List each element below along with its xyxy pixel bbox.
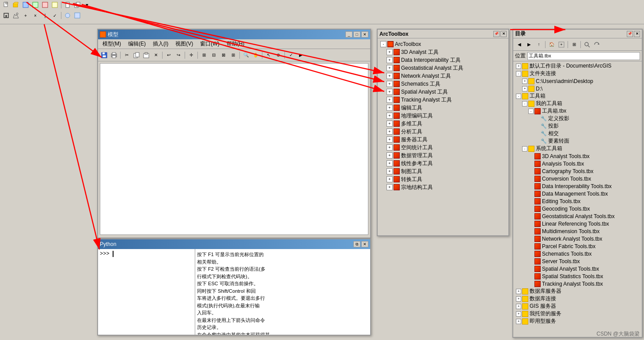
expander-10[interactable]: + [386, 128, 393, 135]
model-cut-btn[interactable]: ✂ [122, 51, 131, 59]
cat-item-12[interactable]: 3D Analyst Tools.tbx [514, 152, 641, 160]
cat-expander-30[interactable]: + [516, 289, 521, 294]
menu-window[interactable]: 窗口(W) [197, 39, 222, 49]
cat-expander-33[interactable]: + [516, 311, 521, 317]
expander-1[interactable]: + [386, 57, 393, 63]
menu-edit[interactable]: 编辑(E) [125, 39, 148, 49]
cat-expander-0[interactable]: + [516, 64, 521, 69]
model-btn4[interactable]: ⊞ [229, 51, 238, 59]
cat-item-32[interactable]: +GIS 服务器 [514, 302, 641, 310]
catalog-view-btn[interactable]: ⊞ [570, 41, 579, 49]
expander-13[interactable]: + [386, 152, 393, 159]
cat-item-2[interactable]: +C:\Users\admin\Desktop [514, 77, 641, 85]
model-btn2[interactable]: ⊟ [209, 51, 218, 59]
cat-item-9[interactable]: 🔧相交 [514, 130, 641, 137]
cat-item-11[interactable]: -系统工具箱 [514, 145, 641, 152]
btn8[interactable] [73, 1, 82, 9]
new-btn[interactable] [2, 1, 11, 9]
cat-item-13[interactable]: Analysis Tools.tbx [514, 160, 641, 167]
arctoolbox-pin-btn[interactable]: 📌 [493, 31, 500, 37]
btn9[interactable]: ▼ [83, 1, 91, 9]
catalog-up-btn[interactable]: ↑ [534, 41, 543, 49]
catalog-close-btn[interactable]: ✕ [634, 31, 640, 37]
menu-view[interactable]: 视图(V) [173, 39, 196, 49]
cat-expander-11[interactable]: - [522, 146, 527, 151]
btn5[interactable] [41, 1, 49, 9]
model-select-btn[interactable]: ↖ [264, 51, 273, 59]
cat-expander-2[interactable]: + [522, 79, 527, 84]
toolbox-item-4[interactable]: + Schematics 工具 [379, 80, 508, 88]
model-minimize-btn[interactable]: _ [345, 31, 352, 38]
catalog-back-btn[interactable]: ◀ [515, 41, 524, 49]
tree-item-arctoolbox[interactable]: - ArcToolbox [379, 40, 508, 48]
toolbox-item-11[interactable]: + 服务器工具 [379, 136, 508, 144]
toolbox-item-13[interactable]: + 数据管理工具 [379, 151, 508, 159]
btn7[interactable] [63, 1, 72, 9]
cat-item-34[interactable]: +即用型服务 [514, 317, 641, 325]
toolbox-item-0[interactable]: + 3D Analyst 工具 [379, 48, 508, 56]
model-delete-btn[interactable]: ✕ [152, 51, 160, 59]
expander-11[interactable]: + [386, 136, 393, 143]
cat-item-10[interactable]: 🔧要素转面 [514, 137, 641, 145]
cat-expander-34[interactable]: + [516, 319, 521, 324]
cat-item-0[interactable]: +默认工作目录 - Documents\ArcGIS [514, 62, 641, 70]
tool-btn8[interactable] [73, 11, 82, 19]
cat-expander-6[interactable]: - [528, 109, 534, 114]
tool-btn7[interactable] [63, 11, 72, 19]
python-input-area[interactable]: >>> [98, 249, 195, 335]
cat-item-25[interactable]: Schematics Tools.tbx [514, 250, 641, 257]
cat-item-3[interactable]: +D:\ [514, 85, 641, 92]
catalog-home-btn[interactable]: 🏠 [547, 41, 556, 49]
tool-btn2[interactable] [11, 11, 20, 19]
model-btn5[interactable]: ⊕ [274, 51, 283, 59]
catalog-pin-btn[interactable]: 📌 [627, 31, 633, 37]
btn3[interactable] [21, 1, 30, 9]
cat-item-33[interactable]: +我托管的服务 [514, 310, 641, 317]
model-zoom-in-btn[interactable]: 🔍 [242, 51, 250, 59]
tool-btn3[interactable]: + [21, 11, 30, 19]
toolbox-item-6[interactable]: + Tracking Analyst 工具 [379, 96, 508, 104]
cat-item-24[interactable]: Parcel Fabric Tools.tbx [514, 242, 641, 250]
open-btn[interactable] [11, 1, 20, 9]
expander-5[interactable]: + [386, 89, 393, 95]
cat-item-4[interactable]: -工具箱 [514, 92, 641, 100]
cat-item-18[interactable]: Editing Tools.tbx [514, 197, 641, 205]
cat-item-31[interactable]: +数据库连接 [514, 295, 641, 302]
cat-item-16[interactable]: Data Interoperability Tools.tbx [514, 182, 641, 190]
expander-9[interactable]: + [386, 121, 393, 127]
expander-15[interactable]: + [386, 168, 393, 174]
model-copy-btn[interactable] [132, 51, 141, 59]
cat-item-30[interactable]: +数据库服务器 [514, 287, 641, 295]
expander-17[interactable]: + [386, 184, 393, 190]
model-undo-btn[interactable]: ↩ [164, 51, 173, 59]
cat-item-21[interactable]: Linear Referencing Tools.tbx [514, 220, 641, 227]
cat-expander-4[interactable]: - [516, 94, 521, 99]
cat-expander-3[interactable]: + [522, 86, 527, 91]
cat-item-6[interactable]: -工具箱.tbx [514, 107, 641, 115]
expander-2[interactable]: + [386, 65, 393, 71]
model-move-btn[interactable]: ✛ [187, 51, 196, 59]
expander-6[interactable]: + [386, 97, 393, 103]
tool-btn6[interactable]: ✓ [50, 11, 59, 19]
expander-12[interactable]: + [386, 144, 393, 151]
catalog-refresh-btn[interactable] [592, 41, 601, 49]
toolbox-item-9[interactable]: + 多维工具 [379, 120, 508, 128]
model-save-btn[interactable] [100, 51, 109, 59]
cat-item-22[interactable]: Multidimension Tools.tbx [514, 227, 641, 235]
catalog-forward-btn[interactable]: ▶ [525, 41, 534, 49]
menu-help[interactable]: 帮助(H) [224, 39, 247, 49]
cat-item-26[interactable]: Server Tools.tbx [514, 257, 641, 265]
python-close-btn[interactable]: ✕ [361, 241, 368, 247]
cat-expander-5[interactable]: - [522, 101, 527, 106]
toolbox-item-10[interactable]: + 分析工具 [379, 128, 508, 136]
toolbox-item-3[interactable]: + Network Analyst 工具 [379, 72, 508, 80]
cat-item-19[interactable]: Geocoding Tools.tbx [514, 205, 641, 212]
toolbox-item-14[interactable]: + 线性参考工具 [379, 159, 508, 167]
menu-model[interactable]: 模型(M) [100, 39, 124, 49]
model-redo-btn[interactable]: ↪ [174, 51, 183, 59]
python-restore-btn[interactable]: ⧉ [353, 241, 360, 247]
cat-item-29[interactable]: Tracking Analyst Tools.tbx [514, 280, 641, 287]
toolbox-item-5[interactable]: + Spatial Analyst 工具 [379, 88, 508, 96]
toolbox-item-2[interactable]: + Geostatistical Analyst 工具 [379, 64, 508, 72]
location-input[interactable] [527, 52, 640, 60]
